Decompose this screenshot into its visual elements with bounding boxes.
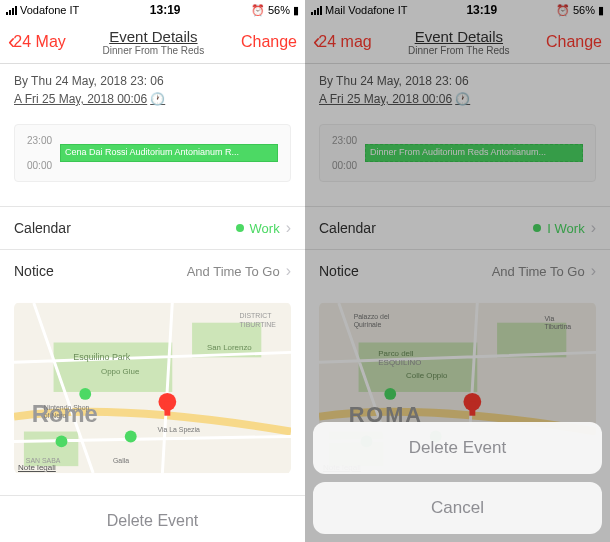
svg-point-7 [125, 431, 137, 443]
status-bar: Vodafone IT 13:19 ⏰ 56% ▮ [0, 0, 305, 20]
chevron-right-icon: › [591, 262, 596, 280]
event-dates: By Thu 24 May, 2018 23: 06 A Fri 25 May,… [14, 72, 291, 108]
battery-percent: 56% [573, 4, 595, 16]
svg-text:Nintendo Shop: Nintendo Shop [44, 404, 90, 412]
change-button[interactable]: Change [241, 33, 297, 51]
map-preview[interactable]: Rome Esquilino Park Oppo Glue Nintendo S… [14, 302, 291, 474]
clock-icon: 🕐 [455, 90, 470, 108]
svg-text:Colle Oppio: Colle Oppio [406, 371, 448, 380]
svg-text:Quirinale: Quirinale [354, 321, 382, 329]
phone-screenshot-left: Vodafone IT 13:19 ⏰ 56% ▮ ‹ 24 May Event… [0, 0, 305, 542]
date-from: By Thu 24 May, 2018 23: 06 [14, 72, 291, 90]
svg-text:Galla: Galla [113, 457, 129, 464]
event-dates: By Thu 24 May, 2018 23: 06 A Fri 25 May,… [319, 72, 596, 108]
carrier-label: Mail Vodafone IT [325, 4, 408, 16]
svg-text:Palazzo del: Palazzo del [354, 313, 390, 320]
notice-row[interactable]: Notice And Time To Go › [0, 249, 305, 292]
date-from: By Thu 24 May, 2018 23: 06 [319, 72, 596, 90]
calendar-row[interactable]: Calendar I Work › [305, 206, 610, 249]
status-bar: Mail Vodafone IT 13:19 ⏰ 56% ▮ [305, 0, 610, 20]
back-label: 24 May [13, 33, 65, 51]
back-label: 24 mag [318, 33, 371, 51]
svg-point-25 [384, 388, 396, 400]
delete-event-button[interactable]: Delete Event [313, 422, 602, 474]
svg-text:of Nero: of Nero [44, 412, 67, 419]
notice-label: Notice [319, 263, 359, 279]
status-time: 13:19 [466, 3, 497, 17]
svg-text:ESQUILINO: ESQUILINO [378, 358, 421, 367]
status-time: 13:19 [150, 3, 181, 17]
page-title: Event Details [66, 28, 241, 45]
svg-text:San Lorenzo: San Lorenzo [207, 343, 252, 352]
svg-point-6 [79, 388, 91, 400]
timeline-labels: 23:00 00:00 [27, 135, 52, 171]
calendar-label: Calendar [14, 220, 71, 236]
notice-value: And Time To Go [187, 264, 280, 279]
notice-value: And Time To Go [492, 264, 585, 279]
svg-text:Esquilino Park: Esquilino Park [73, 352, 130, 362]
calendar-dot-icon [236, 224, 244, 232]
back-button[interactable]: ‹ 24 mag [313, 29, 372, 55]
svg-text:Oppo Glue: Oppo Glue [101, 367, 140, 376]
delete-event-button[interactable]: Delete Event [0, 495, 305, 542]
nav-bar: ‹ 24 May Event Details Dinner From The R… [0, 20, 305, 64]
nav-title: Event Details Dinner From The Reds [372, 28, 546, 56]
map-legal-link[interactable]: Note legali [18, 463, 56, 472]
time-label-start: 23:00 [332, 135, 357, 146]
battery-icon: ▮ [598, 4, 604, 17]
notice-row[interactable]: Notice And Time To Go › [305, 249, 610, 292]
svg-text:Tiburtina: Tiburtina [545, 323, 572, 330]
calendar-row[interactable]: Calendar Work › [0, 206, 305, 249]
notice-label: Notice [14, 263, 54, 279]
phone-screenshot-right: Mail Vodafone IT 13:19 ⏰ 56% ▮ ‹ 24 mag … [305, 0, 610, 542]
svg-text:Parco dell: Parco dell [378, 349, 413, 358]
svg-text:DISTRICT: DISTRICT [240, 312, 273, 319]
time-label-start: 23:00 [27, 135, 52, 146]
event-bar[interactable]: Dinner From Auditorium Reds Antonianum..… [365, 144, 583, 162]
chevron-right-icon: › [286, 219, 291, 237]
nav-bar: ‹ 24 mag Event Details Dinner From The R… [305, 20, 610, 64]
chevron-right-icon: › [591, 219, 596, 237]
svg-point-8 [56, 435, 68, 447]
page-subtitle: Dinner From The Reds [372, 45, 546, 56]
calendar-label: Calendar [319, 220, 376, 236]
svg-text:TIBURTINE: TIBURTINE [240, 321, 277, 328]
page-subtitle: Dinner From The Reds [66, 45, 241, 56]
timeline-widget[interactable]: 23:00 00:00 Dinner From Auditorium Reds … [319, 124, 596, 182]
timeline-widget[interactable]: 23:00 00:00 Cena Dai Rossi Auditorium An… [14, 124, 291, 182]
event-content: By Thu 24 May, 2018 23: 06 A Fri 25 May,… [0, 64, 305, 182]
svg-rect-5 [164, 402, 170, 416]
back-button[interactable]: ‹ 24 May [8, 29, 66, 55]
carrier-label: Vodafone IT [20, 4, 79, 16]
signal-icon [311, 6, 322, 15]
calendar-value: I Work [547, 221, 584, 236]
chevron-right-icon: › [286, 262, 291, 280]
time-label-end: 00:00 [27, 160, 52, 171]
action-sheet: Delete Event Cancel [313, 414, 602, 534]
cancel-button[interactable]: Cancel [313, 482, 602, 534]
alarm-icon: ⏰ [251, 4, 265, 17]
svg-text:Via: Via [545, 315, 555, 322]
page-title: Event Details [372, 28, 546, 45]
battery-icon: ▮ [293, 4, 299, 17]
event-bar[interactable]: Cena Dai Rossi Auditorium Antonianum R..… [60, 144, 278, 162]
event-content: By Thu 24 May, 2018 23: 06 A Fri 25 May,… [305, 64, 610, 182]
calendar-value: Work [250, 221, 280, 236]
battery-percent: 56% [268, 4, 290, 16]
change-button[interactable]: Change [546, 33, 602, 51]
svg-text:Via La Spezia: Via La Spezia [157, 426, 200, 434]
date-to: A Fri 25 May, 2018 00:06 [14, 90, 147, 108]
clock-icon: 🕐 [150, 90, 165, 108]
timeline-labels: 23:00 00:00 [332, 135, 357, 171]
calendar-dot-icon [533, 224, 541, 232]
date-to: A Fri 25 May, 2018 00:06 [319, 90, 452, 108]
time-label-end: 00:00 [332, 160, 357, 171]
alarm-icon: ⏰ [556, 4, 570, 17]
nav-title: Event Details Dinner From The Reds [66, 28, 241, 56]
signal-icon [6, 6, 17, 15]
